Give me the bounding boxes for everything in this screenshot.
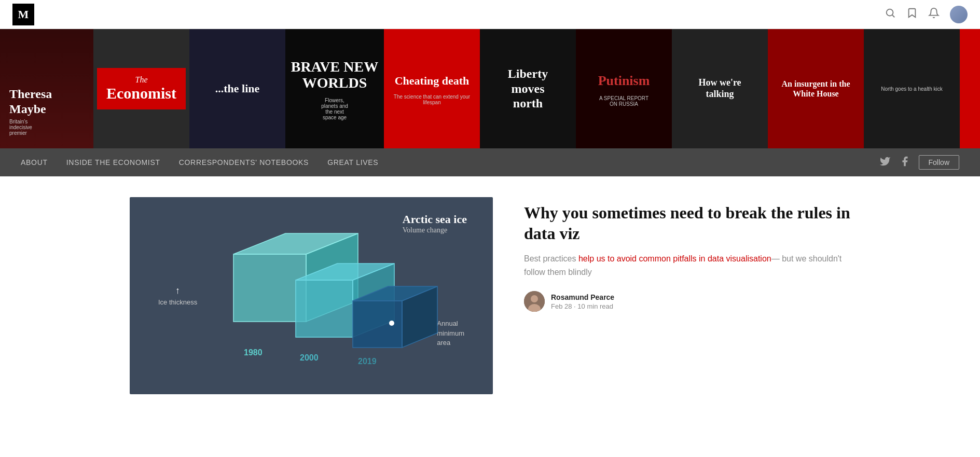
svg-line-1 [892, 15, 894, 17]
viz-container: Arctic sea ice Volume change ↑ Ice thick… [130, 197, 493, 394]
sub-nav-right: Follow [879, 155, 959, 170]
svg-marker-8 [296, 280, 353, 337]
author-row: Rosamund Pearce Feb 28 · 10 min read [524, 291, 850, 312]
annual-area-label: Annualminimumarea [437, 319, 464, 348]
nav-icons [885, 6, 968, 23]
ice-cubes-svg: 1980 2000 2019 [192, 223, 441, 368]
bell-icon[interactable] [928, 7, 940, 21]
svg-marker-14 [353, 301, 402, 348]
cover-putinism[interactable]: Putinism A SPECIAL REPORTON RUSSIA [576, 29, 672, 148]
medium-logo[interactable]: M [12, 4, 34, 25]
author-name: Rosamund Pearce [551, 293, 614, 301]
svg-text:2000: 2000 [300, 353, 319, 362]
top-navigation: M [0, 0, 980, 29]
main-content: Arctic sea ice Volume change ↑ Ice thick… [0, 176, 980, 415]
cover-economist[interactable]: The Economist [93, 29, 189, 148]
search-icon[interactable] [885, 7, 896, 21]
cover-cheating-death[interactable]: Cheating death The science that can exte… [384, 29, 480, 148]
nav-great-lives[interactable]: GREAT LIVES [327, 158, 378, 167]
twitter-icon[interactable] [879, 156, 891, 170]
bookmark-icon[interactable] [906, 7, 918, 21]
nav-inside-economist[interactable]: INSIDE THE ECONOMIST [66, 158, 160, 167]
article-visualization: Arctic sea ice Volume change ↑ Ice thick… [130, 197, 493, 394]
cover-line[interactable]: ...the line [189, 29, 285, 148]
sub-nav-links: ABOUT INSIDE THE ECONOMIST CORRESPONDENT… [21, 158, 378, 167]
user-avatar[interactable] [950, 6, 968, 23]
cover-brave-new-worlds[interactable]: BRAVE NEWWORLDS Flowers,planets andthe n… [285, 29, 384, 148]
article-title: Why you sometimes need to break the rule… [524, 202, 850, 244]
author-date-read: Feb 28 · 10 min read [551, 302, 614, 310]
ice-thickness-label: ↑ Ice thickness [158, 285, 197, 306]
author-meta: Rosamund Pearce Feb 28 · 10 min read [551, 293, 614, 310]
facebook-icon[interactable] [899, 156, 910, 170]
svg-text:2019: 2019 [358, 357, 377, 366]
cover-economist-2[interactable]: North goes to a health kick [864, 29, 960, 148]
svg-text:1980: 1980 [244, 348, 263, 357]
follow-button[interactable]: Follow [919, 155, 959, 170]
cover-insurgent[interactable]: An insurgent in theWhite House [768, 29, 864, 148]
svg-point-0 [887, 9, 893, 16]
svg-point-25 [531, 295, 538, 302]
nav-about[interactable]: ABOUT [21, 158, 48, 167]
article-description: Best practices help us to avoid common p… [524, 252, 850, 279]
author-avatar [524, 291, 545, 312]
nav-correspondents[interactable]: CORRESPONDENTS' NOTEBOOKS [179, 158, 309, 167]
sub-navigation: ABOUT INSIDE THE ECONOMIST CORRESPONDENT… [0, 148, 980, 176]
cover-talking[interactable]: How we'retalking [672, 29, 768, 148]
svg-point-20 [389, 321, 394, 326]
hero-banner: Theresa Maybe Britain'sindecisivepremier… [0, 29, 980, 148]
svg-marker-2 [233, 254, 306, 322]
cover-liberty[interactable]: Libertymovesnorth [480, 29, 576, 148]
cover-theresa[interactable]: Theresa Maybe Britain'sindecisivepremier [0, 29, 93, 148]
article-info: Why you sometimes need to break the rule… [524, 197, 850, 312]
